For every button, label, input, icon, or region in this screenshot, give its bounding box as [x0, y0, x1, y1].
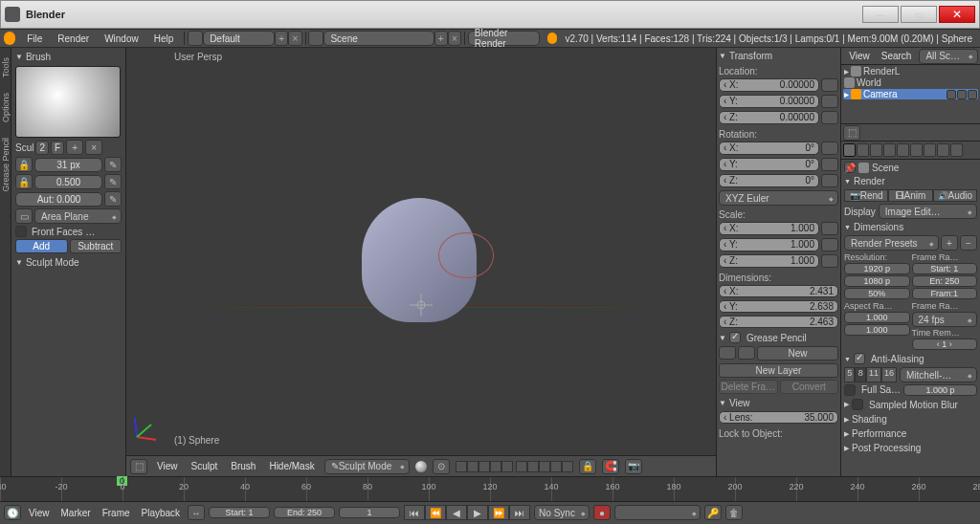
aa-8[interactable]: 8: [855, 367, 865, 382]
keyframe-delete-icon[interactable]: 🗑: [725, 505, 743, 520]
motion-blur-header[interactable]: Sampled Motion Blur: [844, 398, 977, 411]
dim-x[interactable]: ‹ X:2.431: [719, 285, 838, 297]
radius-pressure-icon[interactable]: ✎: [104, 157, 122, 172]
tab-world-icon[interactable]: [883, 143, 896, 157]
audio-button[interactable]: 🔊Audio: [933, 189, 977, 202]
keyframe-prev-button[interactable]: ⏪: [425, 505, 446, 520]
pivot-icon[interactable]: ⊙: [433, 459, 450, 474]
scl-y[interactable]: ‹ Y:1.000: [719, 238, 819, 251]
strength-pressure-icon[interactable]: ✎: [104, 174, 122, 189]
strength-field[interactable]: 0.500: [34, 175, 102, 189]
layout-add[interactable]: +: [275, 31, 288, 46]
res-pct-field[interactable]: 50%: [844, 288, 910, 299]
plane-icon[interactable]: ▭: [15, 208, 33, 224]
snap-icon[interactable]: 🧲: [602, 459, 619, 474]
gp-line-icon[interactable]: [738, 346, 755, 360]
radius-field[interactable]: 31 px: [34, 158, 102, 172]
autokey-record-icon[interactable]: ●: [593, 505, 611, 520]
tl-playback[interactable]: Playback: [138, 508, 185, 518]
tl-marker[interactable]: Marker: [57, 508, 95, 518]
tab-constraints-icon[interactable]: [910, 143, 923, 157]
brush-add-icon[interactable]: +: [66, 140, 83, 155]
res-y-field[interactable]: 1080 p: [844, 275, 910, 287]
end-frame-field[interactable]: En: 250: [912, 275, 978, 287]
tab-options[interactable]: Options: [1, 87, 11, 128]
strength-lock-icon[interactable]: 🔒: [15, 174, 33, 189]
tab-grease-pencil[interactable]: Grease Pencil: [1, 132, 11, 198]
aa-panel-header[interactable]: Anti-Aliasing: [844, 352, 977, 365]
gp-new-button[interactable]: New: [757, 346, 838, 360]
tl-start-field[interactable]: Start: 1: [209, 507, 270, 518]
menu-window[interactable]: Window: [97, 32, 146, 46]
tl-frame[interactable]: Frame: [99, 508, 134, 518]
outliner-filter[interactable]: All Sc…: [919, 49, 978, 64]
timeline-editor-icon[interactable]: 🕓: [4, 505, 21, 520]
tl-current-field[interactable]: 1: [339, 507, 400, 518]
sync-mode-selector[interactable]: No Sync: [534, 505, 590, 520]
brush-preview[interactable]: [15, 66, 121, 138]
np-transform-header[interactable]: Transform: [719, 50, 838, 62]
range-icon[interactable]: ↔: [188, 505, 205, 520]
scl-x[interactable]: ‹ X:1.000: [719, 222, 819, 235]
rot-x[interactable]: ‹ X:0°: [719, 142, 819, 155]
outliner[interactable]: ▸RenderL World ▸Camera: [841, 65, 980, 124]
scene-remove[interactable]: ×: [448, 31, 461, 46]
play-button[interactable]: ▶: [467, 505, 488, 520]
lock-camera-icon[interactable]: 🔒: [579, 459, 596, 474]
menu-file[interactable]: File: [19, 32, 50, 46]
subtract-button[interactable]: Subtract: [70, 239, 122, 253]
loc-z[interactable]: ‹ Z:0.00000: [719, 111, 819, 124]
postprocess-header[interactable]: Post Processing: [844, 442, 977, 454]
tab-modifiers-icon[interactable]: [924, 143, 936, 157]
anim-button[interactable]: 🎞Anim: [888, 189, 932, 202]
fullsample-size-field[interactable]: 1.000 p: [903, 384, 977, 396]
brush-unlink-icon[interactable]: ×: [85, 140, 102, 155]
menu-help[interactable]: Help: [146, 32, 182, 46]
loc-y[interactable]: ‹ Y:0.00000: [719, 95, 819, 108]
outliner-item-camera[interactable]: ▸Camera: [843, 89, 978, 99]
scene-icon[interactable]: [308, 31, 323, 46]
jump-start-button[interactable]: ⏮: [404, 505, 425, 520]
tl-end-field[interactable]: End: 250: [274, 507, 335, 518]
shading-icon[interactable]: [415, 461, 427, 472]
fps-selector[interactable]: 24 fps: [912, 312, 978, 327]
render-engine-selector[interactable]: Blender Render: [468, 31, 540, 46]
shading-header[interactable]: Shading: [844, 413, 977, 426]
dimensions-panel-header[interactable]: Dimensions: [844, 221, 977, 233]
tab-material-icon[interactable]: [950, 143, 963, 157]
loc-x[interactable]: ‹ X:0.00000: [719, 78, 819, 92]
sculpt-mode-header[interactable]: Sculpt Mode: [15, 255, 122, 270]
timeline-ruler[interactable]: -40-200204060801001201401601802002202402…: [0, 477, 980, 502]
aa-filter-selector[interactable]: Mitchell-…: [900, 367, 977, 382]
time-remap-field[interactable]: ‹ 1 ›: [912, 338, 978, 350]
fullsample-checkbox[interactable]: [844, 384, 856, 396]
scl-z[interactable]: ‹ Z:1.000: [719, 254, 819, 268]
eye-icon[interactable]: [947, 90, 956, 99]
aa-11[interactable]: 11: [866, 367, 881, 382]
gp-draw-icon[interactable]: [719, 346, 736, 360]
pin-icon[interactable]: 📌: [844, 162, 856, 173]
render-button[interactable]: 📷Rend: [844, 189, 888, 202]
aa-16[interactable]: 16: [881, 367, 897, 382]
editor-type-icon[interactable]: ⬚: [130, 459, 147, 474]
3d-viewport[interactable]: User Persp (1) Sphere ⬚ View Sculpt Brus…: [126, 48, 717, 476]
front-faces-checkbox[interactable]: [15, 226, 27, 237]
render-preview-icon[interactable]: 📷: [625, 459, 642, 474]
render-icon[interactable]: [968, 90, 977, 99]
preset-remove-icon[interactable]: −: [960, 235, 977, 251]
keying-set-selector[interactable]: [614, 505, 701, 520]
start-frame-field[interactable]: Start: 1: [912, 263, 978, 274]
tab-renderlayers-icon[interactable]: [857, 143, 869, 157]
layout-selector[interactable]: Default: [203, 31, 275, 46]
render-presets-selector[interactable]: Render Presets: [844, 235, 939, 251]
np-view-header[interactable]: View: [719, 397, 838, 409]
rot-z[interactable]: ‹ Z:0°: [719, 174, 819, 187]
add-button[interactable]: Add: [15, 239, 68, 253]
outliner-search[interactable]: Search: [878, 51, 916, 61]
play-reverse-button[interactable]: ◀: [446, 505, 467, 520]
radius-lock-icon[interactable]: 🔒: [15, 157, 33, 172]
sculpt-plane-selector[interactable]: Area Plane: [34, 208, 122, 224]
cursor-icon[interactable]: [957, 90, 967, 99]
tab-render-icon[interactable]: [843, 143, 856, 157]
dim-z[interactable]: ‹ Z:2.463: [719, 316, 838, 328]
